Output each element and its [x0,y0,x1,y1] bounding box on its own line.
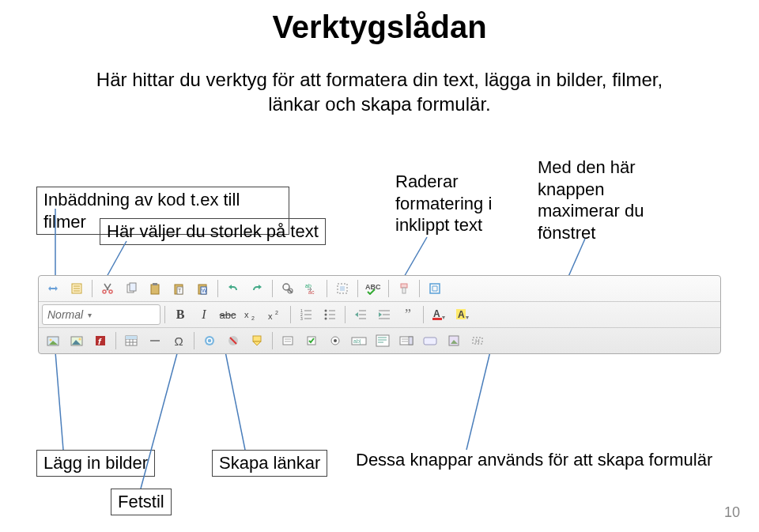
insert-hr-button[interactable] [144,330,166,351]
svg-text:▾: ▾ [466,314,469,321]
svg-marker-68 [379,312,382,317]
svg-point-55 [325,310,327,312]
page-title: Verktygslådan [0,0,759,45]
callout-bold: Fetstil [111,489,172,515]
paste-text-icon[interactable]: T [168,278,190,299]
radio-button[interactable] [324,330,346,351]
svg-text:A: A [458,309,465,320]
insert-special-char-button[interactable]: Ω [168,330,190,351]
svg-line-12 [225,352,245,450]
callout-maximize: Med den här knappen maximerar du fönstre… [538,157,676,243]
superscript-button[interactable]: x2 [264,304,286,325]
svg-rect-70 [432,318,442,320]
subtitle-line1: Här hittar du verktyg för att formatera … [96,69,663,90]
svg-text:ab|: ab| [353,338,361,345]
svg-point-76 [50,339,52,341]
svg-text:ABC: ABC [365,283,381,291]
ordered-list-button[interactable]: 123 [295,304,317,325]
svg-text:T: T [178,288,182,293]
hidden-field-button[interactable]: H [466,330,489,351]
svg-marker-64 [355,312,358,317]
unordered-list-button[interactable] [319,304,341,325]
link-button[interactable] [198,330,221,351]
button-field-button[interactable] [419,330,441,351]
select-field-button[interactable] [395,330,417,351]
strikethrough-button[interactable]: abc [217,304,239,325]
outdent-button[interactable] [349,304,372,325]
toolbar-row-1: T W abac ABC [39,276,720,302]
svg-rect-44 [430,284,440,293]
anchor-button[interactable] [246,330,268,351]
spellcheck-icon[interactable]: ABC [362,278,384,299]
svg-text:W: W [202,288,207,293]
toolbar-row-3: f Ω ab| H [39,328,720,353]
svg-point-56 [325,314,327,316]
paragraph-format-select[interactable]: Normal ▾ [42,304,160,325]
svg-line-14 [466,352,490,450]
paragraph-format-value: Normal [47,308,83,321]
callout-erase-formatting: Raderar formatering i inklippt text [395,171,522,236]
subscript-button[interactable]: x2 [240,304,262,325]
svg-rect-43 [402,288,406,293]
find-icon[interactable] [277,278,299,299]
svg-line-4 [403,237,427,278]
maximize-icon[interactable] [424,278,446,299]
svg-rect-88 [126,336,137,339]
blockquote-button[interactable]: ” [397,304,419,325]
callout-create-links: Skapa länkar [212,450,327,477]
textfield-button[interactable]: ab| [348,330,370,351]
text-color-button[interactable]: A▾ [428,304,450,325]
redo-icon[interactable] [246,278,268,299]
svg-text:ab: ab [305,283,312,289]
paste-icon[interactable] [144,278,166,299]
svg-point-80 [79,338,81,341]
svg-marker-33 [259,285,262,289]
source-code-icon[interactable] [42,278,64,299]
svg-text:▾: ▾ [442,314,445,321]
unlink-button[interactable] [222,330,244,351]
select-all-icon[interactable] [331,278,353,299]
svg-text:ac: ac [308,289,315,294]
svg-point-57 [325,318,327,320]
undo-icon[interactable] [222,278,244,299]
replace-icon[interactable]: abac [300,278,323,299]
chevron-down-icon: ▾ [88,311,92,319]
svg-point-100 [334,339,337,342]
svg-marker-94 [253,341,261,345]
svg-rect-25 [153,283,157,285]
template-icon[interactable] [66,278,88,299]
callout-form-buttons: Dessa knappar används för att skapa form… [356,449,712,471]
insert-image2-button[interactable] [66,330,88,351]
svg-rect-40 [340,286,345,291]
svg-line-35 [289,289,292,292]
textarea-button[interactable] [372,330,394,351]
svg-rect-24 [151,285,159,294]
background-color-button[interactable]: A▾ [451,304,474,325]
svg-line-6 [568,239,585,278]
checkbox-button[interactable] [300,330,323,351]
editor-toolbar: T W abac ABC Normal ▾ B I abc x2 x2 123 [38,275,721,354]
insert-flash-button[interactable]: f [89,330,111,351]
svg-rect-95 [283,337,293,345]
copy-icon[interactable] [120,278,142,299]
svg-marker-32 [228,285,232,289]
insert-image-button[interactable] [42,330,64,351]
subtitle-line2: länkar och skapa formulär. [268,93,490,115]
svg-rect-111 [424,338,436,345]
indent-button[interactable] [373,304,395,325]
bold-button[interactable]: B [169,304,191,325]
italic-button[interactable]: I [193,304,215,325]
cut-icon[interactable] [96,278,119,299]
svg-point-20 [103,290,106,293]
image-button-field-button[interactable] [443,330,465,351]
form-button[interactable] [277,330,299,351]
svg-rect-42 [401,284,407,288]
paste-word-icon[interactable]: W [191,278,213,299]
callout-text-size: Här väljer du storlek på text [100,218,326,245]
page-subtitle: Här hittar du verktyg för att formatera … [0,67,759,116]
insert-table-button[interactable] [120,330,142,351]
svg-text:2: 2 [251,315,255,320]
svg-text:x: x [268,311,273,320]
svg-point-90 [205,336,214,345]
remove-format-icon[interactable] [393,278,415,299]
